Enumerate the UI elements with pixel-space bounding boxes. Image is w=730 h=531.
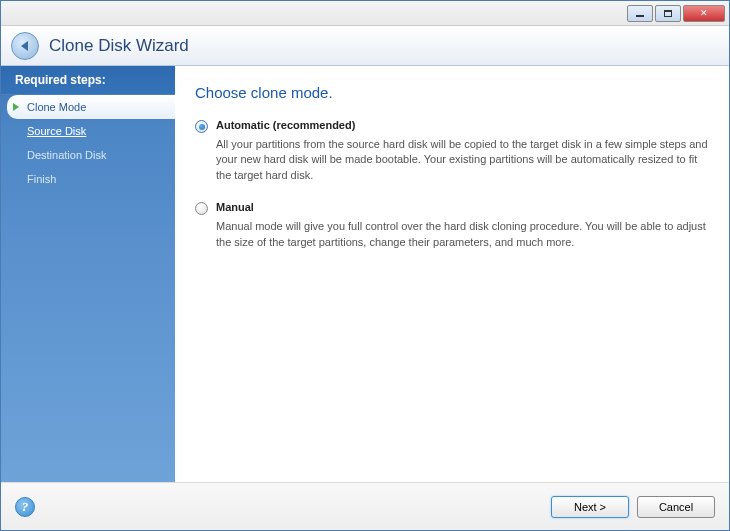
sidebar-item-finish[interactable]: Finish (1, 167, 175, 191)
option-row: Automatic (recommended) (195, 119, 709, 133)
sidebar-item-destination-disk[interactable]: Destination Disk (1, 143, 175, 167)
sidebar: Required steps: Clone Mode Source Disk D… (1, 66, 175, 482)
sidebar-item-clone-mode[interactable]: Clone Mode (7, 95, 175, 119)
sidebar-item-label: Source Disk (27, 125, 86, 137)
option-row: Manual (195, 201, 709, 215)
sidebar-item-label: Clone Mode (27, 101, 86, 113)
next-button[interactable]: Next > (551, 496, 629, 518)
page-heading: Choose clone mode. (195, 84, 709, 101)
wizard-window: ✕ Clone Disk Wizard Required steps: Clon… (0, 0, 730, 531)
sidebar-item-label: Destination Disk (27, 149, 106, 161)
titlebar: ✕ (1, 1, 729, 26)
option-label-automatic[interactable]: Automatic (recommended) (216, 119, 355, 131)
sidebar-header: Required steps: (1, 66, 175, 95)
sidebar-item-source-disk[interactable]: Source Disk (1, 119, 175, 143)
window-title: Clone Disk Wizard (49, 36, 189, 56)
back-button[interactable] (11, 32, 39, 60)
footer: ? Next > Cancel (1, 482, 729, 530)
main-panel: Choose clone mode. Automatic (recommende… (175, 66, 729, 482)
option-label-manual[interactable]: Manual (216, 201, 254, 213)
option-automatic: Automatic (recommended) All your partiti… (195, 119, 709, 183)
content-area: Required steps: Clone Mode Source Disk D… (1, 66, 729, 482)
radio-automatic[interactable] (195, 120, 208, 133)
option-manual: Manual Manual mode will give you full co… (195, 201, 709, 250)
close-button[interactable]: ✕ (683, 5, 725, 22)
option-description-manual: Manual mode will give you full control o… (216, 219, 709, 250)
sidebar-item-label: Finish (27, 173, 56, 185)
help-icon: ? (22, 499, 29, 515)
maximize-button[interactable] (655, 5, 681, 22)
minimize-button[interactable] (627, 5, 653, 22)
header: Clone Disk Wizard (1, 26, 729, 66)
cancel-button[interactable]: Cancel (637, 496, 715, 518)
help-button[interactable]: ? (15, 497, 35, 517)
back-arrow-icon (21, 41, 28, 51)
radio-manual[interactable] (195, 202, 208, 215)
option-description-automatic: All your partitions from the source hard… (216, 137, 709, 183)
footer-buttons: Next > Cancel (551, 496, 715, 518)
